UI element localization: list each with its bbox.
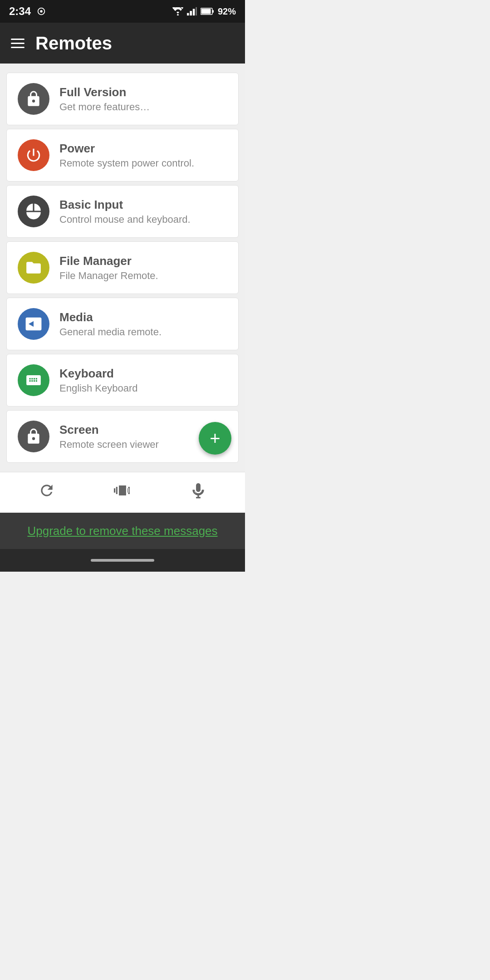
power-subtitle: Remote system power control. xyxy=(59,157,227,169)
svg-rect-8 xyxy=(201,9,211,14)
full-version-text: Full Version Get more features… xyxy=(59,85,227,113)
list-item-full-version[interactable]: Full Version Get more features… xyxy=(6,73,239,125)
mouse-icon xyxy=(18,196,49,227)
refresh-button[interactable] xyxy=(38,482,55,503)
vibrate-icon xyxy=(114,482,131,499)
svg-rect-3 xyxy=(187,13,189,15)
bottom-nav xyxy=(0,472,245,513)
svg-rect-9 xyxy=(212,10,214,13)
file-manager-text: File Manager File Manager Remote. xyxy=(59,254,227,282)
svg-rect-6 xyxy=(196,7,197,15)
mic-icon xyxy=(190,482,207,499)
wifi-icon xyxy=(172,7,183,15)
vibrate-button[interactable] xyxy=(114,482,131,503)
list-item-power[interactable]: Power Remote system power control. xyxy=(6,129,239,181)
svg-point-1 xyxy=(40,10,43,13)
list-item-file-manager[interactable]: File Manager File Manager Remote. xyxy=(6,241,239,294)
add-button[interactable]: + xyxy=(199,422,231,455)
keyboard-icon xyxy=(18,364,49,396)
keyboard-title: Keyboard xyxy=(59,367,227,381)
app-header: Remotes xyxy=(0,23,245,64)
status-time: 2:34 xyxy=(9,5,31,18)
keyboard-subtitle: English Keyboard xyxy=(59,382,227,394)
page-title: Remotes xyxy=(35,33,112,54)
refresh-icon xyxy=(38,482,55,499)
media-text: Media General media remote. xyxy=(59,310,227,338)
screen-lock-icon xyxy=(18,421,49,452)
basic-input-text: Basic Input Control mouse and keyboard. xyxy=(59,198,227,225)
svg-rect-5 xyxy=(193,9,195,16)
file-manager-subtitle: File Manager Remote. xyxy=(59,270,227,282)
list-item-media[interactable]: Media General media remote. xyxy=(6,298,239,350)
list-item-keyboard[interactable]: Keyboard English Keyboard xyxy=(6,354,239,407)
media-icon xyxy=(18,308,49,340)
last-item-wrapper: Screen Remote screen viewer + xyxy=(0,410,245,463)
home-indicator xyxy=(0,549,245,572)
signal-icon xyxy=(36,6,46,16)
file-manager-title: File Manager xyxy=(59,254,227,268)
upgrade-banner[interactable]: Upgrade to remove these messages xyxy=(0,513,245,549)
svg-rect-4 xyxy=(190,11,192,15)
battery-percent: 92% xyxy=(218,6,236,17)
mic-button[interactable] xyxy=(190,482,207,503)
home-bar xyxy=(91,559,154,562)
status-left: 2:34 xyxy=(9,5,46,18)
cellular-icon xyxy=(187,7,197,16)
status-right: 92% xyxy=(172,6,236,17)
power-title: Power xyxy=(59,142,227,156)
power-icon xyxy=(18,139,49,171)
folder-icon xyxy=(18,252,49,284)
media-title: Media xyxy=(59,310,227,324)
battery-icon xyxy=(201,7,214,15)
basic-input-title: Basic Input xyxy=(59,198,227,212)
content-area: Full Version Get more features… Power Re… xyxy=(0,64,245,472)
power-text: Power Remote system power control. xyxy=(59,142,227,169)
keyboard-text: Keyboard English Keyboard xyxy=(59,367,227,394)
menu-button[interactable] xyxy=(11,39,24,48)
upgrade-text[interactable]: Upgrade to remove these messages xyxy=(27,524,217,538)
media-subtitle: General media remote. xyxy=(59,326,227,338)
svg-point-2 xyxy=(177,14,179,15)
full-version-title: Full Version xyxy=(59,85,227,99)
full-version-subtitle: Get more features… xyxy=(59,101,227,113)
list-item-basic-input[interactable]: Basic Input Control mouse and keyboard. xyxy=(6,185,239,238)
basic-input-subtitle: Control mouse and keyboard. xyxy=(59,214,227,225)
status-bar: 2:34 92% xyxy=(0,0,245,23)
lock-icon xyxy=(18,83,49,115)
